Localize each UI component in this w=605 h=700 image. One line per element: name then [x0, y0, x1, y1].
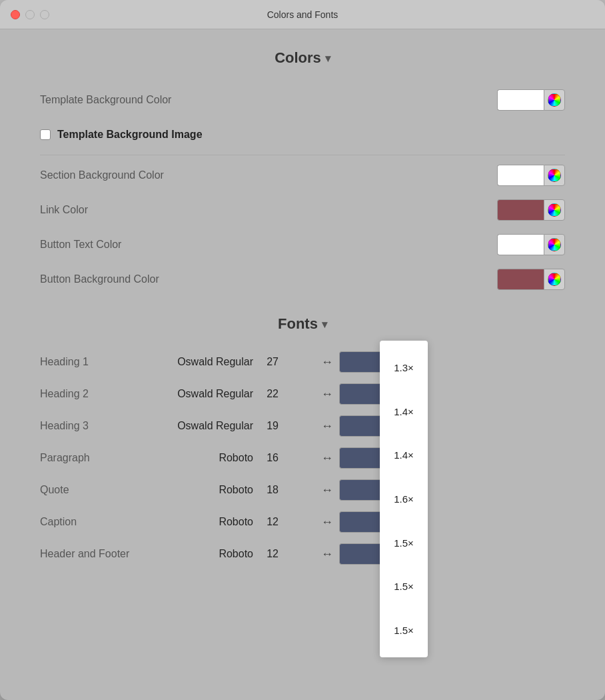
lh-item-5: 1.5× [380, 577, 428, 596]
button-text-swatch[interactable] [497, 234, 544, 255]
font-label-heading2: Heading 2 [40, 388, 147, 400]
template-background-color-picker[interactable] [497, 89, 565, 111]
font-row-paragraph: Paragraph Roboto 16 ↔ [40, 442, 565, 474]
heading2-color-swatch[interactable] [339, 383, 386, 405]
titlebar: Colors and Fonts [0, 0, 605, 29]
fonts-header-label[interactable]: Fonts ▾ [278, 315, 327, 333]
lh-item-3: 1.6× [380, 489, 428, 509]
link-color-picker[interactable] [497, 199, 565, 221]
font-label-header-footer: Header and Footer [40, 548, 147, 560]
link-color-wheel-btn[interactable] [544, 199, 565, 221]
font-size-heading1[interactable]: 27 [253, 356, 279, 368]
section-background-color-label: Section Background Color [40, 169, 164, 181]
paragraph-color-swatch[interactable] [339, 447, 386, 469]
font-name-heading3[interactable]: Oswald Regular [147, 420, 253, 432]
quote-color-swatch[interactable] [339, 479, 386, 501]
font-label-heading3: Heading 3 [40, 420, 147, 432]
font-row-heading2: Heading 2 Oswald Regular 22 ↔ [40, 378, 565, 410]
section-background-swatch[interactable] [497, 165, 544, 186]
template-background-color-row: Template Background Color [40, 83, 565, 117]
template-background-wheel-btn[interactable] [544, 89, 565, 111]
font-name-quote[interactable]: Roboto [147, 484, 253, 496]
button-background-color-label: Button Background Color [40, 273, 159, 285]
close-button[interactable] [11, 10, 20, 19]
fonts-table: 1.3× 1.4× 1.4× 1.6× 1.5× 1.5× 1.5× Headi… [40, 346, 565, 570]
spacing-icon-paragraph[interactable]: ↔ [315, 451, 339, 465]
line-height-popup: 1.3× 1.4× 1.4× 1.6× 1.5× 1.5× 1.5× [380, 341, 428, 657]
button-text-color-picker[interactable] [497, 234, 565, 255]
link-color-row: Link Color [40, 193, 565, 227]
font-size-caption[interactable]: 12 [253, 516, 279, 528]
color-wheel-icon-2 [548, 169, 561, 182]
font-name-paragraph[interactable]: Roboto [147, 452, 253, 464]
section-background-color-row: Section Background Color [40, 158, 565, 193]
colors-section-header: Colors ▾ [40, 49, 565, 67]
font-name-heading1[interactable]: Oswald Regular [147, 356, 253, 368]
fonts-section-header: Fonts ▾ [40, 315, 565, 333]
fonts-chevron-icon: ▾ [322, 318, 327, 331]
template-background-image-label: Template Background Image [57, 129, 203, 141]
template-background-image-row: Template Background Image [40, 117, 565, 152]
heading3-color-swatch[interactable] [339, 415, 386, 437]
button-text-wheel-btn[interactable] [544, 234, 565, 255]
template-background-image-checkbox-row: Template Background Image [40, 129, 203, 141]
font-row-heading3: Heading 3 Oswald Regular 19 ↔ [40, 410, 565, 442]
font-size-heading3[interactable]: 19 [253, 420, 279, 432]
font-row-quote: Quote Roboto 18 ↔ [40, 474, 565, 506]
link-color-swatch[interactable] [497, 199, 544, 221]
font-label-quote: Quote [40, 484, 147, 496]
button-background-color-row: Button Background Color [40, 262, 565, 297]
lh-item-0: 1.3× [380, 358, 428, 377]
font-label-heading1: Heading 1 [40, 356, 147, 368]
font-size-paragraph[interactable]: 16 [253, 452, 279, 464]
minimize-button[interactable] [25, 10, 35, 19]
lh-item-4: 1.5× [380, 533, 428, 553]
lh-item-2: 1.4× [380, 445, 428, 465]
section-background-wheel-btn[interactable] [544, 165, 565, 186]
template-background-image-checkbox[interactable] [40, 129, 51, 140]
header-footer-color-swatch[interactable] [339, 543, 386, 565]
heading1-color-swatch[interactable] [339, 351, 386, 373]
font-name-caption[interactable]: Roboto [147, 516, 253, 528]
button-background-swatch[interactable] [497, 269, 544, 290]
lh-item-6: 1.5× [380, 621, 428, 640]
font-label-paragraph: Paragraph [40, 452, 147, 464]
button-background-color-picker[interactable] [497, 269, 565, 290]
color-wheel-icon-5 [548, 273, 561, 286]
template-background-swatch[interactable] [497, 89, 544, 111]
font-row-heading1: Heading 1 Oswald Regular 27 ↔ [40, 346, 565, 378]
window-title: Colors and Fonts [267, 9, 338, 20]
font-row-caption: Caption Roboto 12 ↔ [40, 506, 565, 538]
button-text-color-label: Button Text Color [40, 239, 121, 251]
maximize-button[interactable] [40, 10, 49, 19]
traffic-lights [11, 10, 49, 19]
colors-chevron-icon: ▾ [325, 52, 330, 65]
font-size-heading2[interactable]: 22 [253, 388, 279, 400]
color-wheel-icon [548, 93, 561, 107]
font-label-caption: Caption [40, 516, 147, 528]
colors-header-label[interactable]: Colors ▾ [275, 49, 330, 67]
divider-1 [40, 155, 565, 155]
button-background-wheel-btn[interactable] [544, 269, 565, 290]
font-name-header-footer[interactable]: Roboto [147, 548, 253, 560]
button-text-color-row: Button Text Color [40, 227, 565, 262]
font-size-quote[interactable]: 18 [253, 484, 279, 496]
content-area: Colors ▾ Template Background Color Templ… [0, 29, 605, 590]
font-row-header-footer: Header and Footer Roboto 12 ↔ [40, 538, 565, 570]
section-background-color-picker[interactable] [497, 165, 565, 186]
lh-item-1: 1.4× [380, 402, 428, 421]
template-background-color-label: Template Background Color [40, 94, 171, 106]
color-wheel-icon-3 [548, 203, 561, 217]
spacing-icon-heading3[interactable]: ↔ [315, 419, 339, 433]
spacing-icon-heading2[interactable]: ↔ [315, 387, 339, 401]
font-name-heading2[interactable]: Oswald Regular [147, 388, 253, 400]
spacing-icon-header-footer[interactable]: ↔ [315, 547, 339, 561]
spacing-icon-caption[interactable]: ↔ [315, 515, 339, 529]
app-window: Colors and Fonts Colors ▾ Template Backg… [0, 0, 605, 700]
font-size-header-footer[interactable]: 12 [253, 548, 279, 560]
link-color-label: Link Color [40, 204, 88, 216]
caption-color-swatch[interactable] [339, 511, 386, 533]
spacing-icon-quote[interactable]: ↔ [315, 483, 339, 497]
spacing-icon-heading1[interactable]: ↔ [315, 355, 339, 369]
color-wheel-icon-4 [548, 238, 561, 251]
